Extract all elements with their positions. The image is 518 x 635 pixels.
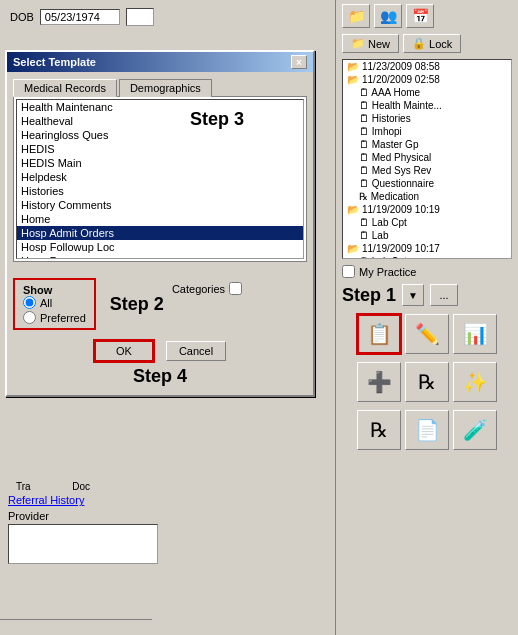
- new-lock-row: 📁 New 🔒 Lock: [336, 32, 518, 57]
- bottom-strip: Tra Doc Referral History Provider: [0, 475, 335, 635]
- list-item[interactable]: Home: [17, 212, 303, 226]
- step3-annotation: Step 3: [190, 109, 244, 130]
- list-item-selected[interactable]: Hosp Admit Orders: [17, 226, 303, 240]
- bottom-scrollbar[interactable]: [0, 619, 152, 635]
- list-item[interactable]: Healtheval: [17, 114, 303, 128]
- radio-all[interactable]: All: [23, 296, 86, 309]
- categories-checkbox[interactable]: [229, 282, 242, 295]
- dob-small-box: [126, 8, 154, 26]
- dialog-content: Medical Records Demographics Health Main…: [7, 72, 313, 268]
- step1-annotation: Step 1: [342, 285, 396, 306]
- tree-folder-item[interactable]: 📂 11/20/2009 02:58: [343, 73, 511, 86]
- toolbar-calendar-icon[interactable]: 📅: [406, 4, 434, 28]
- list-item[interactable]: Hosp Followup Loc: [17, 240, 303, 254]
- dialog-close-button[interactable]: ×: [291, 55, 307, 69]
- my-practice-row: My Practice: [336, 261, 518, 282]
- list-item[interactable]: Health Maintenanc: [17, 100, 303, 114]
- list-item[interactable]: HEDIS: [17, 142, 303, 156]
- dialog-bottom: Show All Preferred Step 2: [7, 268, 313, 395]
- tree-folder-item[interactable]: 📂 11/23/2009 08:58: [343, 60, 511, 73]
- tree-leaf[interactable]: 🗒 Master Gp: [355, 138, 511, 151]
- tab-demographics[interactable]: Demographics: [119, 79, 212, 97]
- step4-annotation: Step 4: [13, 366, 307, 391]
- my-practice-label: My Practice: [359, 266, 416, 278]
- chart-icon-btn[interactable]: 📊: [453, 314, 497, 354]
- categories-area: Categories: [172, 282, 242, 295]
- template-list[interactable]: Health Maintenanc Healtheval Hearingloss…: [16, 99, 304, 259]
- lock-button[interactable]: 🔒 Lock: [403, 34, 461, 53]
- radio-group: All Preferred: [23, 296, 86, 324]
- tree-group: 🗒 AAA Home 🗒 Health Mainte... 🗒 Historie…: [343, 86, 511, 203]
- tree-leaf[interactable]: 🗒 Imhopi: [355, 125, 511, 138]
- tab-row: Medical Records Demographics: [13, 78, 307, 96]
- cancel-button[interactable]: Cancel: [166, 341, 226, 361]
- tree-leaf-rx[interactable]: ℞ Medication: [355, 190, 511, 203]
- doc2-icon-btn[interactable]: 📄: [405, 410, 449, 450]
- list-item[interactable]: Helpdesk: [17, 170, 303, 184]
- show-label: Show: [23, 284, 86, 296]
- tree-leaf[interactable]: 🗒 AAA Home: [355, 86, 511, 99]
- document-icon-btn[interactable]: 📋: [357, 314, 401, 354]
- toolbar-users-icon[interactable]: 👥: [374, 4, 402, 28]
- rx2-icon-btn[interactable]: ℞: [357, 410, 401, 450]
- tree-leaf[interactable]: 🗒 Lab Cpt: [355, 216, 511, 229]
- step1-row: Step 1 ▼ ...: [336, 282, 518, 310]
- provider-label: Provider: [8, 510, 327, 522]
- icon-grid-row3: ℞ 📄 🧪: [336, 406, 518, 454]
- list-item[interactable]: History Comments: [17, 198, 303, 212]
- flask-icon-btn[interactable]: 🧪: [453, 410, 497, 450]
- tree-leaf[interactable]: 🗒 Histories: [355, 112, 511, 125]
- left-panel: DOB 05/23/1974 Select Template × Medical…: [0, 0, 335, 635]
- tree-leaf[interactable]: 🗒 Health Mainte...: [355, 99, 511, 112]
- dialog-titlebar: Select Template ×: [7, 52, 313, 72]
- icon-grid-row1: 📋 ✏️ 📊: [336, 310, 518, 358]
- tree-leaf[interactable]: 🗒 Lab Cpt: [355, 255, 511, 259]
- provider-box: [8, 524, 158, 564]
- dob-label: DOB: [10, 11, 34, 23]
- tree-leaf[interactable]: 🗒 Lab: [355, 229, 511, 242]
- my-practice-checkbox[interactable]: [342, 265, 355, 278]
- new-button[interactable]: 📁 New: [342, 34, 399, 53]
- list-item[interactable]: Histories: [17, 184, 303, 198]
- rx-icon-btn[interactable]: ℞: [405, 362, 449, 402]
- list-item[interactable]: Hosp Proc: [17, 254, 303, 259]
- tra-doc-row: Tra Doc: [8, 479, 327, 494]
- dob-input[interactable]: 05/23/1974: [40, 9, 120, 25]
- tree-leaf[interactable]: 🗒 Med Sys Rev: [355, 164, 511, 177]
- star-icon-btn[interactable]: ✨: [453, 362, 497, 402]
- tree-folder-item[interactable]: 📂 11/19/2009 10:17: [343, 242, 511, 255]
- tree-folder-item[interactable]: 📂 11/19/2009 10:19: [343, 203, 511, 216]
- radio-preferred[interactable]: Preferred: [23, 311, 86, 324]
- toolbar-folder-icon[interactable]: 📁: [342, 4, 370, 28]
- categories-label: Categories: [172, 283, 225, 295]
- list-item[interactable]: Hearingloss Ques: [17, 128, 303, 142]
- ellipsis-button[interactable]: ...: [430, 284, 458, 306]
- tree-view[interactable]: 📂 11/23/2009 08:58 📂 11/20/2009 02:58 🗒 …: [342, 59, 512, 259]
- select-template-dialog: Select Template × Medical Records Demogr…: [5, 50, 315, 397]
- tree-leaf[interactable]: 🗒 Questionnaire: [355, 177, 511, 190]
- step2-annotation: Step 2: [110, 294, 164, 315]
- show-section: Show All Preferred: [13, 278, 96, 330]
- tree-group: 🗒 Lab Cpt 🗒 Lab: [343, 216, 511, 242]
- dob-area: DOB 05/23/1974: [0, 0, 335, 30]
- right-panel: 📁 👥 📅 📁 New 🔒 Lock 📂 11/23/2009 08:58 📂 …: [335, 0, 518, 635]
- edit-icon-btn[interactable]: ✏️: [405, 314, 449, 354]
- tree-group: 🗒 Lab Cpt 🗒 Lab: [343, 255, 511, 259]
- dialog-title: Select Template: [13, 56, 96, 68]
- buttons-row: OK Cancel: [13, 334, 307, 366]
- tab-medical-records[interactable]: Medical Records: [13, 79, 117, 97]
- dropdown-button[interactable]: ▼: [402, 284, 424, 306]
- tree-leaf[interactable]: 🗒 Med Physical: [355, 151, 511, 164]
- referral-history-link[interactable]: Referral History: [8, 494, 327, 506]
- ok-button[interactable]: OK: [94, 340, 154, 362]
- list-item[interactable]: HEDIS Main: [17, 156, 303, 170]
- plus-icon-btn[interactable]: ➕: [357, 362, 401, 402]
- tab-content: Health Maintenanc Healtheval Hearingloss…: [13, 96, 307, 262]
- icon-grid-row2: ➕ ℞ ✨: [336, 358, 518, 406]
- right-toolbar: 📁 👥 📅: [336, 0, 518, 32]
